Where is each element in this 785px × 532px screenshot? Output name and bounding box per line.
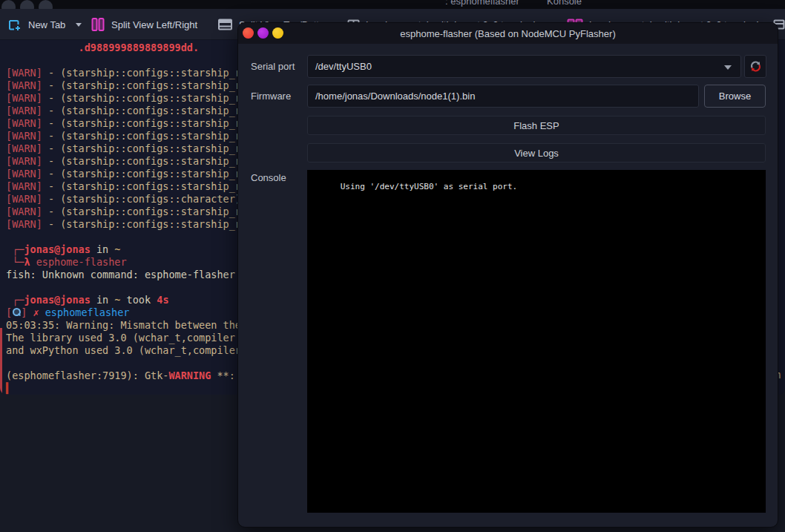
split-view-lr-button[interactable]: Split View Left/Right [91,9,197,40]
new-output-marker [0,328,2,395]
panel-window-title: Konsole [547,0,582,7]
chevron-down-icon [724,65,732,70]
view-logs-label: View Logs [514,148,559,159]
serial-port-combobox[interactable]: /dev/ttyUSB0 [307,55,741,78]
panel-app-title: : esphomeflasher [445,0,519,7]
split-top-bottom-icon [217,17,233,32]
new-tab-label: New Tab [28,19,65,30]
split-left-right-icon [91,17,105,32]
magnifier-icon [12,308,21,318]
flasher-titlebar[interactable]: esphome-flasher (Based on NodeMCU PyFlas… [238,23,778,44]
esphome-flasher-window: esphome-flasher (Based on NodeMCU PyFlas… [237,22,778,528]
new-tab-icon [7,17,22,32]
firmware-path-input[interactable]: /home/jonas/Downloads/node1(1).bin [307,85,699,108]
refresh-icon [748,59,763,74]
firmware-path-value: /home/jonas/Downloads/node1(1).bin [315,91,475,102]
close-button[interactable] [243,27,254,39]
flasher-console-output[interactable]: Using '/dev/ttyUSB0' as serial port. [307,170,766,513]
minimize-button[interactable] [257,27,269,39]
flasher-window-title: esphome-flasher (Based on NodeMCU PyFlas… [238,23,778,44]
top-panel: : esphomeflasher Konsole [0,0,785,9]
serial-port-value: /dev/ttyUSB0 [315,61,372,72]
split-view-lr-label: Split View Left/Right [111,19,197,30]
firmware-label: Firmware [251,91,291,102]
view-logs-button[interactable]: View Logs [307,143,766,162]
panel-dot-1[interactable] [1,0,16,9]
flash-esp-button[interactable]: Flash ESP [307,116,766,135]
new-tab-dropdown-caret[interactable] [76,23,82,27]
panel-dot-3[interactable] [39,0,53,9]
maximize-button[interactable] [272,27,283,39]
browse-button[interactable]: Browse [704,85,766,108]
browse-button-label: Browse [719,91,751,102]
new-tab-button[interactable]: New Tab [7,9,82,40]
panel-dot-2[interactable] [20,0,34,9]
reload-ports-button[interactable] [744,55,766,78]
desktop: : esphomeflasher Konsole New Tab Split V… [0,0,785,532]
serial-port-label: Serial port [251,61,295,72]
flash-esp-label: Flash ESP [513,120,559,131]
console-text: Using '/dev/ttyUSB0' as serial port. [341,182,517,191]
console-label: Console [251,172,286,183]
